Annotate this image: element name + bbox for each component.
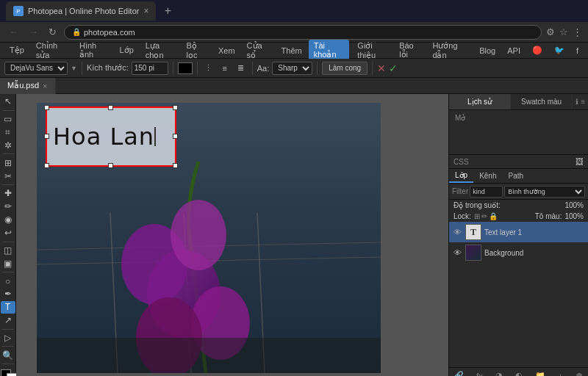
layer-fx-icon[interactable]: fx (476, 372, 483, 377)
menu-xem[interactable]: Xem (213, 45, 240, 57)
layer-group-icon[interactable]: 📁 (535, 371, 545, 376)
tool-zoom[interactable]: 🔍 (1, 349, 15, 361)
css-icon[interactable]: CSS (453, 158, 469, 166)
layer-delete-icon[interactable]: 🗑 (576, 372, 584, 377)
tool-rect-select[interactable]: ▭ (1, 113, 15, 126)
text-bounding-box[interactable]: Hoa Lan (46, 106, 176, 167)
text-color-box[interactable] (178, 62, 193, 74)
lock-move-icon[interactable]: 🔒 (489, 212, 498, 220)
handle-mr[interactable] (173, 134, 178, 139)
layer-link-icon[interactable]: 🔗 (453, 371, 464, 376)
tool-history-brush[interactable]: ↩ (1, 227, 15, 239)
tool-brush[interactable]: ✏ (1, 200, 15, 213)
layer-new-icon[interactable]: + (558, 372, 562, 377)
menu-lua-chon[interactable]: Lựa chọn (140, 40, 180, 62)
doc-tab-close-btn[interactable]: × (43, 82, 47, 90)
align-center-btn[interactable]: ≡ (218, 62, 232, 75)
menu-api[interactable]: API (502, 45, 526, 57)
lam-cong-btn[interactable]: Làm cong (322, 62, 368, 75)
menu-gioi-thieu[interactable]: Giới thiệu (352, 40, 392, 62)
menu-hinh-anh[interactable]: Hình ảnh (74, 40, 113, 61)
tool-move[interactable]: ↖ (1, 95, 15, 108)
browser-tab[interactable]: P Photopea | Online Photo Editor × (6, 1, 156, 21)
align-left-btn[interactable]: ⋮ (202, 62, 215, 75)
layer-mode-select[interactable]: Bình thường (504, 186, 585, 198)
info-icon[interactable]: ℹ (576, 98, 578, 106)
layer-tab-kenh[interactable]: Kênh (473, 169, 502, 183)
back-btn[interactable]: ← (6, 25, 21, 39)
canvas[interactable]: Hoa Lan (37, 103, 381, 373)
handle-tl[interactable] (44, 105, 49, 110)
menu-lop[interactable]: Lớp (115, 44, 139, 57)
refresh-btn[interactable]: ↻ (46, 25, 60, 39)
tool-eraser[interactable]: ◫ (1, 244, 15, 256)
tool-path-select[interactable]: ↗ (1, 314, 15, 327)
panel-tab-swatch[interactable]: Swatch màu (511, 94, 573, 109)
panel-menu-icon[interactable]: ≡ (581, 98, 585, 106)
menu-them[interactable]: Thêm (276, 45, 307, 57)
opacity-value: 100% (564, 201, 584, 209)
menu-facebook-icon[interactable]: f (571, 45, 584, 57)
tool-dodge[interactable]: ○ (1, 275, 15, 287)
layers-tabs: Lớp Kênh Path (449, 169, 588, 184)
handle-tr[interactable] (173, 105, 178, 110)
confirm-btn[interactable]: ✓ (389, 62, 398, 74)
handle-bc[interactable] (108, 163, 113, 168)
text-editing-area[interactable]: Hoa Lan (47, 108, 175, 165)
sharp-select[interactable]: Sharp (272, 62, 312, 75)
tool-shape[interactable]: ▷ (1, 332, 15, 344)
menu-twitter-icon[interactable]: 🐦 (549, 44, 570, 57)
bg-color-box[interactable] (7, 373, 17, 376)
menu-tai-khoan[interactable]: Tài khoản (309, 40, 350, 61)
tool-pen[interactable]: ✒ (1, 288, 15, 300)
lock-px-icon[interactable]: ✏ (481, 212, 487, 220)
align-right-btn[interactable]: ≣ (234, 62, 248, 75)
menu-bo-loc[interactable]: Bộ lọc (182, 40, 212, 62)
fg-bg-colors (1, 369, 15, 376)
panel-tab-history[interactable]: Lịch sử (449, 94, 511, 109)
menu-reddit-icon[interactable]: 🔴 (527, 44, 548, 57)
extensions-icon[interactable]: ⚙ (546, 26, 555, 37)
menu-cua-so[interactable]: Cửa sổ (242, 40, 275, 62)
tool-stamp[interactable]: ◉ (1, 214, 15, 226)
handle-ml[interactable] (44, 134, 49, 139)
layer-item-text[interactable]: 👁 T Text layer 1 (449, 222, 588, 242)
canvas-area[interactable]: Hoa Lan (16, 94, 448, 376)
handle-bl[interactable] (44, 163, 49, 168)
cancel-btn[interactable]: ✕ (377, 62, 386, 74)
url-lock-icon: 🔒 (72, 28, 81, 36)
layer-vis-bg[interactable]: 👁 (452, 247, 462, 258)
bookmark-icon[interactable]: ☆ (559, 26, 568, 37)
menu-bao-loi[interactable]: Báo lỗi (394, 40, 426, 61)
font-size-input[interactable] (132, 62, 168, 75)
picture-icon[interactable]: 🖼 (576, 157, 584, 166)
layer-adjustment-icon[interactable]: ◐ (515, 371, 523, 376)
tool-lasso[interactable]: ⌗ (1, 126, 15, 139)
layer-tab-lop[interactable]: Lớp (449, 169, 473, 183)
forward-btn[interactable]: → (26, 25, 41, 39)
menu-chinh-sua[interactable]: Chỉnh sửa (31, 40, 73, 62)
font-family-select[interactable]: DejaVu Sans (4, 62, 68, 75)
filter-input[interactable] (470, 186, 503, 198)
tool-heal[interactable]: ✚ (1, 187, 15, 200)
tool-gradient[interactable]: ▣ (1, 257, 15, 270)
menu-huong-dan[interactable]: Hướng dẫn (427, 40, 473, 62)
handle-br[interactable] (173, 163, 178, 168)
layer-vis-text[interactable]: 👁 (452, 227, 462, 237)
layer-item-bg[interactable]: 👁 Background (449, 242, 588, 263)
tab-close-btn[interactable]: × (143, 6, 148, 16)
tool-magic[interactable]: ✲ (1, 140, 15, 152)
menu-icon[interactable]: ⋮ (573, 26, 582, 37)
tool-crop[interactable]: ⊞ (1, 156, 15, 169)
layer-mask-icon[interactable]: ◑ (495, 371, 503, 376)
new-tab-btn[interactable]: + (159, 2, 176, 20)
layer-tab-path[interactable]: Path (502, 169, 529, 183)
menu-tep[interactable]: Tệp (4, 44, 29, 57)
tool-text[interactable]: T (1, 301, 15, 314)
menu-blog[interactable]: Blog (474, 45, 501, 57)
lock-pos-icon[interactable]: ⊞ (474, 212, 480, 220)
url-input[interactable]: 🔒 photopea.com (64, 25, 542, 40)
tool-slice[interactable]: ✂ (1, 170, 15, 182)
handle-tc[interactable] (108, 105, 113, 110)
doc-tab-mau[interactable]: Mẫu.psd × (0, 78, 56, 94)
